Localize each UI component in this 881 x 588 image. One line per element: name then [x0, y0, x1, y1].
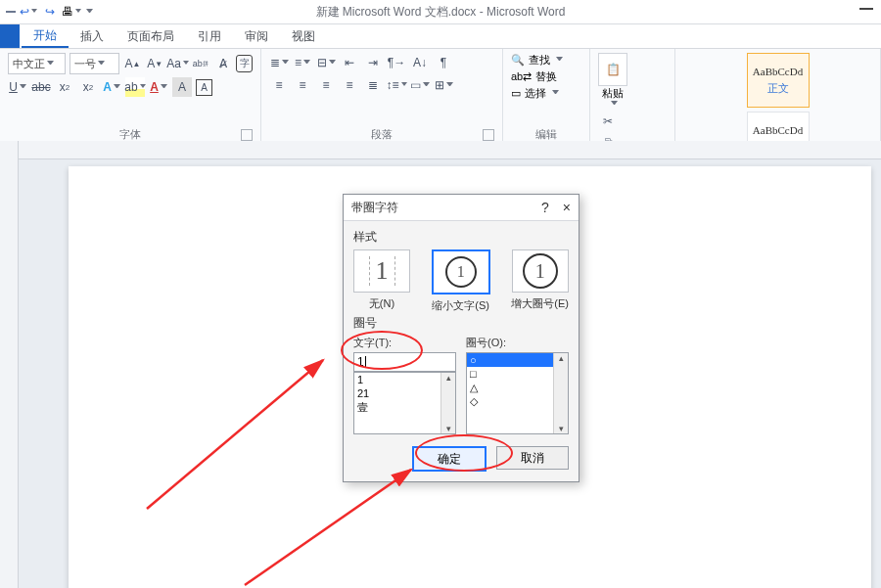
- tab-review[interactable]: 审阅: [233, 24, 280, 48]
- tab-reference[interactable]: 引用: [186, 24, 233, 48]
- group-font: 中文正 一号 A▲ A▼ Aa ab拼 A̷ 字 U abc x2 x2 A a…: [0, 49, 261, 143]
- ribbon-tabs: 开始 插入 页面布局 引用 审阅 视图: [0, 24, 881, 49]
- opt-enlarge-label: 增大圈号(E): [511, 296, 569, 311]
- tab-view[interactable]: 视图: [280, 24, 327, 48]
- superscript-button[interactable]: x2: [78, 77, 98, 97]
- minimize-button[interactable]: [859, 6, 873, 10]
- tab-insert[interactable]: 插入: [69, 24, 116, 48]
- file-tab[interactable]: [0, 24, 20, 48]
- align-justify-button[interactable]: ≡: [340, 75, 359, 95]
- char-border-button[interactable]: A: [196, 79, 212, 96]
- qat-handle: [6, 11, 16, 13]
- text-input[interactable]: 1: [353, 352, 456, 372]
- font-size-value: 一号: [74, 57, 96, 71]
- text-field-label: 文字(T):: [353, 336, 456, 350]
- style-option-none[interactable]: 1 无(N): [353, 249, 410, 313]
- font-name-value: 中文正: [13, 57, 45, 71]
- font-launcher-icon[interactable]: [241, 129, 253, 141]
- tab-layout[interactable]: 页面布局: [116, 24, 186, 48]
- para-launcher-icon[interactable]: [483, 129, 494, 141]
- select-button[interactable]: ▭ 选择: [511, 86, 581, 101]
- text-listbox[interactable]: 1 21 壹 ▴▾: [353, 372, 456, 434]
- subscript-button[interactable]: x2: [55, 77, 74, 97]
- indent-dec-button[interactable]: ⇤: [340, 53, 359, 72]
- dialog-titlebar: 带圈字符 ? ×: [344, 195, 579, 221]
- cancel-button[interactable]: 取消: [496, 446, 569, 470]
- sort-button[interactable]: A↓: [410, 53, 430, 72]
- paste-button[interactable]: 📋 粘贴: [598, 53, 627, 108]
- numbering-button[interactable]: ≡: [293, 53, 312, 72]
- multilevel-button[interactable]: ⊟: [316, 53, 336, 72]
- style-normal-label: 正文: [767, 81, 789, 96]
- shading-button[interactable]: ▭: [410, 75, 430, 95]
- qat-more-icon[interactable]: [86, 9, 93, 16]
- find-button[interactable]: 🔍 查找: [511, 53, 581, 68]
- distribute-button[interactable]: ≣: [363, 75, 383, 95]
- highlight-button[interactable]: ab: [125, 77, 145, 97]
- ring-listbox[interactable]: ○ □ △ ◇ ▴▾: [466, 352, 569, 434]
- group-editing: 🔍 查找 ab⇄ 替换 ▭ 选择 编辑: [503, 49, 590, 143]
- window-title: 新建 Microsoft Word 文档.docx - Microsoft Wo…: [0, 4, 881, 21]
- opt-shrink-label: 缩小文字(S): [432, 298, 489, 313]
- dialog-close-button[interactable]: ×: [563, 200, 571, 215]
- paste-label: 粘贴: [602, 86, 624, 101]
- enclose-char-button[interactable]: 字: [236, 55, 253, 72]
- redo-button[interactable]: ↪: [41, 3, 59, 21]
- text-effect-button[interactable]: A: [102, 77, 121, 97]
- group-paragraph: ≣ ≡ ⊟ ⇤ ⇥ ¶→ A↓ ¶ ≡ ≡ ≡ ≡ ≣ ↕≡ ▭ ⊞ 段落: [261, 49, 503, 143]
- grow-font-button[interactable]: A▲: [123, 54, 142, 73]
- style-option-enlarge[interactable]: 1 增大圈号(E): [511, 249, 569, 313]
- opt-none-label: 无(N): [369, 296, 394, 311]
- change-case-button[interactable]: Aa: [168, 54, 188, 73]
- title-bar: ↩ ↪ 🖶 新建 Microsoft Word 文档.docx - Micros…: [0, 0, 881, 24]
- style-normal[interactable]: AaBbCcDd 正文: [747, 53, 810, 108]
- ring-section-label: 圈号: [353, 315, 569, 332]
- borders-button[interactable]: ⊞: [434, 75, 453, 95]
- ltr-button[interactable]: ¶→: [387, 53, 406, 72]
- scroll-down-icon[interactable]: ▾: [446, 424, 451, 433]
- font-size-combo[interactable]: 一号: [70, 53, 119, 74]
- scrollbar[interactable]: ▴▾: [440, 373, 455, 433]
- dialog-help-button[interactable]: ?: [541, 200, 549, 215]
- bullets-button[interactable]: ≣: [269, 53, 289, 72]
- scroll-up-icon[interactable]: ▴: [446, 373, 451, 383]
- group-clipboard: 📋 粘贴 ✂ ⎘ 🖌 剪贴板: [590, 49, 675, 143]
- style-sample-text: AaBbCcDd: [753, 66, 803, 77]
- ok-button[interactable]: 确定: [412, 446, 487, 472]
- font-color-button[interactable]: A: [149, 77, 168, 97]
- strike-button[interactable]: abc: [31, 77, 51, 97]
- tab-start[interactable]: 开始: [22, 24, 69, 48]
- vertical-ruler: [0, 141, 19, 588]
- replace-button[interactable]: ab⇄ 替换: [511, 69, 581, 84]
- scroll-down-icon[interactable]: ▾: [559, 424, 564, 433]
- align-center-button[interactable]: ≡: [293, 75, 312, 95]
- quick-access-toolbar: ↩ ↪ 🖶: [0, 3, 93, 21]
- style-section-label: 样式: [353, 229, 569, 246]
- style-option-shrink[interactable]: 1 缩小文字(S): [432, 249, 490, 313]
- clear-format-button[interactable]: A̷: [213, 54, 232, 73]
- clipboard-icon: 📋: [598, 53, 627, 86]
- show-marks-button[interactable]: ¶: [434, 53, 453, 72]
- line-spacing-button[interactable]: ↕≡: [387, 75, 406, 95]
- ribbon: 中文正 一号 A▲ A▼ Aa ab拼 A̷ 字 U abc x2 x2 A a…: [0, 49, 881, 144]
- ring-field-label: 圈号(O):: [466, 336, 569, 350]
- group-styles: AaBbCcDd 正文 AaBbCcDd 无间隔 AaBb 标题 1 样式: [675, 49, 881, 143]
- shrink-font-button[interactable]: A▼: [146, 54, 164, 73]
- font-name-combo[interactable]: 中文正: [8, 53, 66, 74]
- indent-inc-button[interactable]: ⇥: [363, 53, 383, 72]
- horizontal-ruler: [18, 141, 881, 159]
- phonetic-guide-button[interactable]: ab拼: [192, 54, 210, 73]
- align-left-button[interactable]: ≡: [269, 75, 289, 95]
- text-input-value: 1: [357, 355, 364, 369]
- char-shading-button[interactable]: A: [172, 77, 192, 97]
- align-right-button[interactable]: ≡: [316, 75, 336, 95]
- enclose-char-dialog: 带圈字符 ? × 样式 1 无(N) 1 缩小文字(S) 1 增大圈号(E) 圈…: [343, 194, 580, 482]
- cut-button[interactable]: ✂: [598, 112, 618, 131]
- dialog-title: 带圈字符: [351, 200, 398, 216]
- scrollbar[interactable]: ▴▾: [553, 353, 568, 433]
- undo-button[interactable]: ↩: [20, 3, 37, 21]
- print-button[interactable]: 🖶: [63, 3, 80, 21]
- style-sample-text: AaBbCcDd: [753, 124, 803, 136]
- scroll-up-icon[interactable]: ▴: [559, 353, 564, 363]
- underline-button[interactable]: U: [8, 77, 27, 97]
